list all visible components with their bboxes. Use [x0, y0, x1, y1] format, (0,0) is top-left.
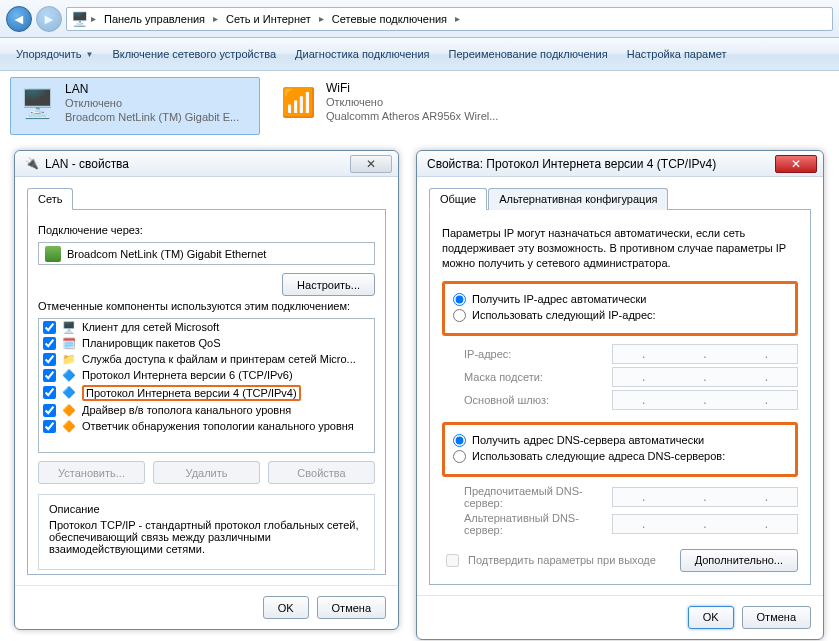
dialog-title: LAN - свойства — [45, 157, 129, 171]
ip-address-label: IP-адрес: — [442, 348, 612, 360]
chevron-right-icon: ▸ — [212, 13, 219, 24]
connection-status: Отключено — [65, 97, 239, 111]
configure-button[interactable]: Настроить... — [282, 273, 375, 296]
component-row[interactable]: 🖥️Клиент для сетей Microsoft — [39, 319, 374, 335]
subnet-mask-input: ... — [612, 367, 798, 387]
components-label: Отмеченные компоненты используются этим … — [38, 300, 375, 312]
ok-button[interactable]: OK — [263, 596, 309, 619]
close-button[interactable]: ✕ — [350, 155, 392, 173]
tabstrip: Сеть — [27, 187, 386, 210]
radio-manual-dns[interactable] — [453, 450, 466, 463]
properties-button: Свойства — [268, 461, 375, 484]
address-bar[interactable]: 🖥️ ▸ Панель управления ▸ Сеть и Интернет… — [66, 7, 833, 31]
wifi-icon: 📶 — [276, 81, 320, 123]
connect-via-label: Подключение через: — [38, 224, 375, 236]
dialog-titlebar[interactable]: 🔌 LAN - свойства ✕ — [15, 151, 398, 177]
gateway-input: ... — [612, 390, 798, 410]
subnet-mask-label: Маска подсети: — [442, 371, 612, 383]
nav-forward-button[interactable]: ► — [36, 6, 62, 32]
settings-button[interactable]: Настройка парамет — [619, 44, 735, 64]
driver-icon: 🔶 — [62, 404, 76, 417]
description-text: Протокол TCP/IP - стандартный протокол г… — [49, 519, 364, 555]
network-icon: 🖥️ — [71, 11, 88, 27]
close-button[interactable]: ✕ — [775, 155, 817, 173]
dialog-titlebar[interactable]: Свойства: Протокол Интернета версии 4 (T… — [417, 151, 823, 177]
breadcrumb-item[interactable]: Сеть и Интернет — [221, 8, 316, 30]
tab-general[interactable]: Общие — [429, 188, 487, 210]
radio-manual-ip[interactable] — [453, 309, 466, 322]
chevron-down-icon: ▼ — [85, 50, 93, 59]
radio-auto-ip[interactable] — [453, 293, 466, 306]
breadcrumb-item[interactable]: Панель управления — [99, 8, 210, 30]
advanced-button[interactable]: Дополнительно... — [680, 549, 798, 572]
connection-name: LAN — [65, 82, 239, 97]
component-checkbox[interactable] — [43, 337, 56, 350]
component-checkbox[interactable] — [43, 404, 56, 417]
connection-device: Qualcomm Atheros AR956x Wirel... — [326, 110, 498, 124]
tabstrip: Общие Альтернативная конфигурация — [429, 187, 811, 210]
component-checkbox[interactable] — [43, 321, 56, 334]
component-row[interactable]: 🗓️Планировщик пакетов QoS — [39, 335, 374, 351]
dns1-label: Предпочитаемый DNS-сервер: — [442, 485, 612, 509]
connection-device: Broadcom NetLink (TM) Gigabit E... — [65, 111, 239, 125]
responder-icon: 🔶 — [62, 420, 76, 433]
ok-button[interactable]: OK — [688, 606, 734, 629]
uninstall-button: Удалить — [153, 461, 260, 484]
protocol-icon: 🔷 — [62, 369, 76, 382]
close-icon: ✕ — [791, 157, 801, 171]
component-checkbox[interactable] — [43, 369, 56, 382]
arrow-left-icon: ◄ — [12, 11, 26, 27]
component-row[interactable]: 🔶Драйвер в/в тополога канального уровня — [39, 402, 374, 418]
organize-menu[interactable]: Упорядочить▼ — [8, 44, 101, 64]
connection-status: Отключено — [326, 96, 498, 110]
lan-properties-dialog: 🔌 LAN - свойства ✕ Сеть Подключение чере… — [14, 150, 399, 630]
enable-device-button[interactable]: Включение сетевого устройства — [104, 44, 284, 64]
protocol-icon: 🔷 — [62, 386, 76, 399]
info-text: Параметры IP могут назначаться автоматич… — [442, 226, 798, 271]
components-list[interactable]: 🖥️Клиент для сетей Microsoft 🗓️Планировщ… — [38, 318, 375, 453]
tab-network[interactable]: Сеть — [27, 188, 73, 210]
rename-button[interactable]: Переименование подключения — [441, 44, 616, 64]
component-row[interactable]: 🔷Протокол Интернета версии 6 (TCP/IPv6) — [39, 367, 374, 383]
close-icon: ✕ — [366, 157, 376, 171]
adapter-name-field: Broadcom NetLink (TM) Gigabit Ethernet — [38, 242, 375, 265]
component-checkbox[interactable] — [43, 353, 56, 366]
cancel-button[interactable]: Отмена — [317, 596, 386, 619]
arrow-right-icon: ► — [42, 11, 56, 27]
connection-item-wifi[interactable]: 📶 WiFi Отключено Qualcomm Atheros AR956x… — [272, 77, 522, 135]
dialog-title: Свойства: Протокол Интернета версии 4 (T… — [427, 157, 716, 171]
diagnose-button[interactable]: Диагностика подключения — [287, 44, 437, 64]
ip-mode-group: Получить IP-адрес автоматически Использо… — [442, 281, 798, 336]
ethernet-icon: 🖥️ — [15, 82, 59, 124]
component-checkbox[interactable] — [43, 420, 56, 433]
component-row[interactable]: 🔶Ответчик обнаружения топологии канально… — [39, 418, 374, 434]
network-icon: 🔌 — [25, 157, 39, 170]
dns2-label: Альтернативный DNS-сервер: — [442, 512, 612, 536]
connection-name: WiFi — [326, 81, 498, 96]
chevron-right-icon: ▸ — [318, 13, 325, 24]
connection-item-lan[interactable]: 🖥️ LAN Отключено Broadcom NetLink (TM) G… — [10, 77, 260, 135]
explorer-header: ◄ ► 🖥️ ▸ Панель управления ▸ Сеть и Инте… — [0, 0, 839, 38]
component-row-ipv4[interactable]: 🔷Протокол Интернета версии 4 (TCP/IPv4) — [39, 383, 374, 402]
install-button: Установить... — [38, 461, 145, 484]
share-icon: 📁 — [62, 353, 76, 366]
dns-mode-group: Получить адрес DNS-сервера автоматически… — [442, 422, 798, 477]
nav-back-button[interactable]: ◄ — [6, 6, 32, 32]
radio-auto-dns[interactable] — [453, 434, 466, 447]
validate-checkbox — [446, 554, 459, 567]
component-checkbox[interactable] — [43, 386, 56, 399]
cancel-button[interactable]: Отмена — [742, 606, 811, 629]
component-row[interactable]: 📁Служба доступа к файлам и принтерам сет… — [39, 351, 374, 367]
tab-alternate[interactable]: Альтернативная конфигурация — [488, 188, 668, 210]
nic-icon — [45, 246, 61, 262]
dns2-input: ... — [612, 514, 798, 534]
chevron-right-icon: ▸ — [90, 13, 97, 24]
toolbar: Упорядочить▼ Включение сетевого устройст… — [0, 38, 839, 71]
dns1-input: ... — [612, 487, 798, 507]
description-title: Описание — [45, 503, 104, 515]
connections-list: 🖥️ LAN Отключено Broadcom NetLink (TM) G… — [0, 71, 839, 141]
client-icon: 🖥️ — [62, 321, 76, 334]
breadcrumb-item[interactable]: Сетевые подключения — [327, 8, 452, 30]
ipv4-properties-dialog: Свойства: Протокол Интернета версии 4 (T… — [416, 150, 824, 640]
ip-address-input: ... — [612, 344, 798, 364]
